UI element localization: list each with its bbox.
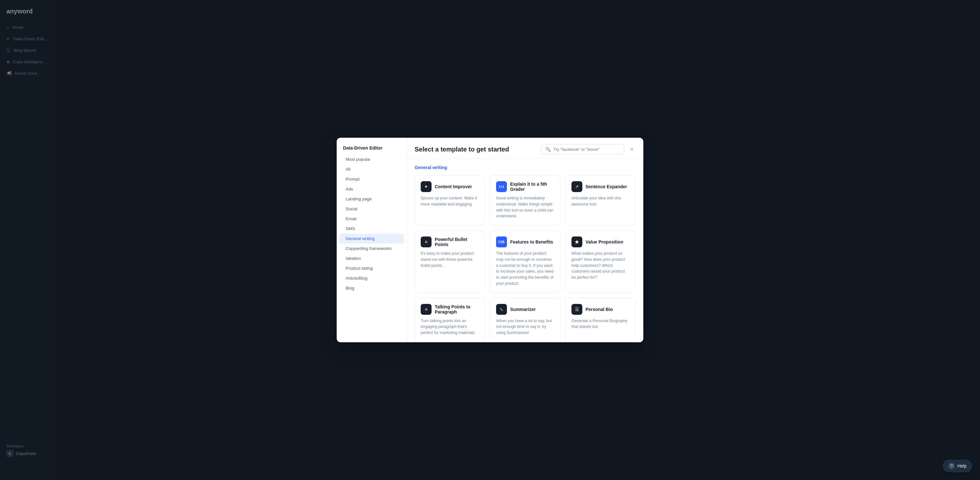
sidebar-item-email[interactable]: Email xyxy=(339,214,404,224)
template-icon: ★ xyxy=(571,236,582,247)
template-card-features-to-benefits[interactable]: F2B Features to Benefits The features of… xyxy=(490,230,560,293)
template-name: Personal Bio xyxy=(585,307,613,312)
template-name: Content Improver xyxy=(435,184,472,189)
card-header: ≡ Talking Points to Paragraph xyxy=(421,304,479,315)
template-desc: Generate a Personal Biography that stand… xyxy=(571,318,630,330)
template-modal: Data-Driven Editor Most popular All Prom… xyxy=(337,138,643,342)
card-header: ★ Value Proposition xyxy=(571,236,630,247)
template-card-bullet-points[interactable]: ≡ Powerful Bullet Points It's easy to ma… xyxy=(415,230,485,293)
template-card-content-improver[interactable]: ✦ Content Improver Spruce up your conten… xyxy=(415,175,485,225)
modal-sidebar: Data-Driven Editor Most popular All Prom… xyxy=(337,138,407,342)
template-card-sentence-expander[interactable]: ↗ Sentence Expander Articulate your idea… xyxy=(565,175,636,225)
template-icon: ☰ xyxy=(571,304,582,315)
template-desc: The features of your product may not be … xyxy=(496,250,554,287)
sidebar-item-all[interactable]: All xyxy=(339,164,404,174)
template-card-explain-5th-grader[interactable]: 1+1 Explain it to a 5th Grader Good writ… xyxy=(490,175,560,225)
template-name: Explain it to a 5th Grader xyxy=(510,182,554,192)
help-button[interactable]: ? Help xyxy=(943,459,972,472)
template-name: Features to Benefits xyxy=(510,239,553,244)
modal-content: General writing ✦ Content Improver Spruc… xyxy=(407,158,643,342)
card-header: ≡ Powerful Bullet Points xyxy=(421,236,479,247)
template-name: Value Proposition xyxy=(585,239,623,244)
card-header: ✦ Content Improver xyxy=(421,181,479,192)
help-icon: ? xyxy=(948,463,955,469)
template-desc: It's easy to make your product stand out… xyxy=(421,250,479,268)
card-header: ↗ Sentence Expander xyxy=(571,181,630,192)
template-icon: ↗ xyxy=(571,181,582,192)
sidebar-item-article-blog[interactable]: Article/Blog xyxy=(339,273,404,283)
sidebar-item-blog[interactable]: Blog xyxy=(339,283,404,293)
modal-title: Select a template to get started xyxy=(415,146,509,153)
sidebar-item-most-popular[interactable]: Most popular xyxy=(339,155,404,164)
template-desc: When you have a lot to say, but not enou… xyxy=(496,318,554,336)
modal-header: Select a template to get started 🔍 × xyxy=(407,138,643,158)
card-header: F2B Features to Benefits xyxy=(496,236,554,247)
template-icon: ⤡ xyxy=(496,304,507,315)
template-name: Powerful Bullet Points xyxy=(435,237,479,247)
template-name: Talking Points to Paragraph xyxy=(435,304,479,314)
template-card-talking-points[interactable]: ≡ Talking Points to Paragraph Turn talki… xyxy=(415,298,485,342)
search-box[interactable]: 🔍 xyxy=(541,144,624,155)
card-header: 1+1 Explain it to a 5th Grader xyxy=(496,181,554,192)
sidebar-item-prompt[interactable]: Prompt xyxy=(339,174,404,184)
search-input[interactable] xyxy=(553,147,620,152)
template-icon: ≡ xyxy=(421,304,431,315)
card-header: ☰ Personal Bio xyxy=(571,304,630,315)
template-name: Summarizer xyxy=(510,307,536,312)
sidebar-item-ideation[interactable]: Ideation xyxy=(339,254,404,263)
section-title: General writing xyxy=(415,165,636,170)
template-desc: Turn talking points into an engaging par… xyxy=(421,318,479,336)
template-icon: 1+1 xyxy=(496,181,507,192)
modal-overlay[interactable]: Data-Driven Editor Most popular All Prom… xyxy=(0,0,980,480)
card-header: ⤡ Summarizer xyxy=(496,304,554,315)
sidebar-item-sms[interactable]: SMS xyxy=(339,224,404,234)
template-name: Sentence Expander xyxy=(585,184,627,189)
close-button[interactable]: × xyxy=(628,145,636,153)
template-icon: ✦ xyxy=(421,181,431,192)
sidebar-item-ads[interactable]: Ads xyxy=(339,184,404,194)
template-desc: Spruce up your content. Make it more rea… xyxy=(421,195,479,207)
search-icon: 🔍 xyxy=(545,147,551,152)
template-desc: What makes your product so great? How do… xyxy=(571,250,630,281)
sidebar-item-copywriting-frameworks[interactable]: Copywriting frameworks xyxy=(339,244,404,254)
template-card-summarizer[interactable]: ⤡ Summarizer When you have a lot to say,… xyxy=(490,298,560,342)
template-desc: Good writing is immediately understood. … xyxy=(496,195,554,219)
template-icon: ≡ xyxy=(421,236,431,247)
template-card-value-proposition[interactable]: ★ Value Proposition What makes your prod… xyxy=(565,230,636,293)
sidebar-item-landing-page[interactable]: Landing page xyxy=(339,194,404,204)
sidebar-item-general-writing[interactable]: General writing xyxy=(339,234,404,244)
modal-main: Select a template to get started 🔍 × Gen… xyxy=(407,138,643,342)
template-grid: ✦ Content Improver Spruce up your conten… xyxy=(415,175,636,342)
sidebar-item-product-listing[interactable]: Product listing xyxy=(339,263,404,273)
modal-sidebar-title: Data-Driven Editor xyxy=(337,145,407,155)
template-desc: Articulate your idea with this awesome t… xyxy=(571,195,630,207)
template-icon: F2B xyxy=(496,236,507,247)
template-card-personal-bio[interactable]: ☰ Personal Bio Generate a Personal Biogr… xyxy=(565,298,636,342)
sidebar-item-social[interactable]: Social xyxy=(339,204,404,214)
